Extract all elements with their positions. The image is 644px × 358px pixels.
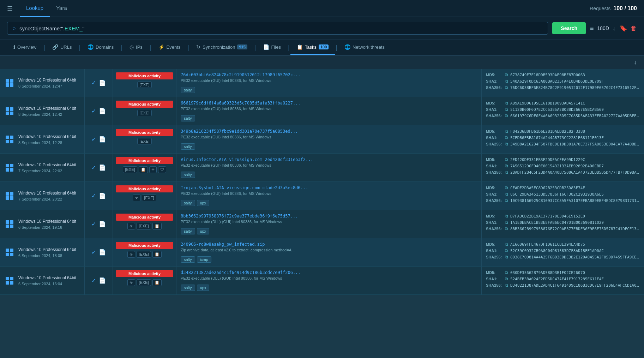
verdict-icon[interactable]: [EXE] (137, 251, 151, 258)
check-icon[interactable]: ✓ (91, 79, 96, 86)
sha1-copy-icon[interactable]: ⧉ (505, 192, 508, 197)
sha256-copy-icon[interactable]: ⧉ (505, 113, 508, 118)
nav-tab-yara[interactable]: Yara (50, 0, 73, 17)
verdict-icon[interactable]: ☣ (127, 251, 135, 258)
verdict-icon[interactable]: ☣ (127, 223, 135, 229)
sha1-copy-icon[interactable]: ⧉ (505, 107, 508, 112)
verdict-icon[interactable]: 📋 (139, 166, 148, 173)
file-tag[interactable]: salty (181, 200, 195, 206)
sha1-copy-icon[interactable]: ⧉ (505, 248, 508, 253)
verdict-icon[interactable]: [EXE] (137, 138, 151, 144)
tab-ips[interactable]: ◎ IPs (123, 40, 149, 55)
nav-tab-lookup[interactable]: Lookup (20, 0, 50, 17)
verdict-icon[interactable]: [EXE] (123, 166, 137, 173)
content-download-icon[interactable]: ↓ (634, 59, 637, 66)
check-icon[interactable]: ✓ (91, 164, 96, 171)
table-row: Windows 10 Professional 64bit 8 Septembe… (0, 69, 644, 97)
check-icon[interactable]: ✓ (91, 249, 96, 256)
file-icon[interactable]: 📄 (99, 192, 106, 199)
check-icon[interactable]: ✓ (91, 277, 96, 284)
tab-urls[interactable]: 🔗 URLs (46, 40, 78, 55)
sha1-copy-icon[interactable]: ⧉ (505, 276, 508, 281)
file-tag[interactable]: salty (181, 143, 195, 150)
file-hash[interactable]: Virus.Infector.ATA_virussign.com_2ed420d… (181, 157, 477, 162)
file-icon[interactable]: 📄 (99, 164, 106, 171)
sha256-copy-icon[interactable]: ⧉ (505, 85, 508, 90)
verdict-icon[interactable]: [EXE] (137, 223, 151, 229)
md5-copy-icon[interactable]: ⧉ (505, 214, 508, 219)
hamburger-icon[interactable]: ☰ (7, 5, 13, 12)
sha256-copy-icon[interactable]: ⧉ (505, 170, 508, 175)
file-hash[interactable]: 8bb3662b997958876f72c9ae377ebde36f9f6e75… (181, 214, 477, 219)
file-tag[interactable]: salty (181, 115, 195, 121)
verdict-icon[interactable]: [EXE] (137, 279, 151, 286)
file-icon[interactable]: 📄 (99, 277, 106, 284)
tab-events[interactable]: ⚡ Events (152, 40, 187, 55)
sha256-copy-icon[interactable]: ⧉ (505, 255, 508, 259)
search-input-wrap[interactable]: ⌕ syncObjectName:".EXEM_" (7, 22, 548, 35)
machine-info: Windows 10 Professional 64bit 8 Septembe… (18, 134, 80, 145)
verdict-icon[interactable]: [EXE] (137, 110, 151, 116)
file-icon[interactable]: 📄 (99, 249, 106, 256)
md5-copy-icon[interactable]: ⧉ (505, 242, 508, 247)
file-icon[interactable]: 📄 (99, 221, 106, 227)
md5-copy-icon[interactable]: ⧉ (505, 270, 508, 275)
file-icon[interactable]: 📄 (99, 136, 106, 143)
file-hash[interactable]: d348221387ade2ad4c1f64914d9c186b3cdc7e9f… (181, 270, 477, 275)
md5-copy-icon[interactable]: ⧉ (505, 185, 508, 190)
tab-tasks[interactable]: 📋 Tasks 100 (290, 40, 335, 55)
verdict-icon[interactable]: ☣ (133, 195, 140, 201)
check-icon[interactable]: ✓ (91, 108, 96, 114)
sha1-copy-icon[interactable]: ⧉ (505, 163, 508, 168)
file-tag[interactable]: salty (181, 87, 195, 93)
sha256-copy-icon[interactable]: ⧉ (505, 198, 508, 203)
file-hash[interactable]: 240906-rq8w8asakg_pw_infected.zip (181, 242, 477, 247)
search-button[interactable]: Search (552, 22, 586, 34)
md5-copy-icon[interactable]: ⧉ (505, 72, 508, 77)
verdict-icon[interactable]: 📋 (152, 223, 162, 229)
file-tag[interactable]: upx (197, 200, 210, 206)
file-hash[interactable]: Trojan.Sysbot.ATA_virussign.com_cfade2d3… (181, 185, 477, 190)
tab-synchronization[interactable]: ↻ Synchronization 915 (190, 40, 254, 55)
sha256-copy-icon[interactable]: ⧉ (505, 283, 508, 288)
download-icon[interactable]: ↓ (613, 25, 616, 32)
file-icon[interactable]: 📄 (99, 108, 106, 114)
file-tag[interactable]: salty (181, 172, 195, 178)
tab-network-threats[interactable]: 🌐 Network threats (338, 40, 391, 55)
sha256-copy-icon[interactable]: ⧉ (505, 226, 508, 231)
sha1-copy-icon[interactable]: ⧉ (505, 220, 508, 225)
file-tag[interactable]: upx (197, 285, 210, 291)
bookmark-icon[interactable]: 🔖 (619, 24, 627, 32)
tab-files[interactable]: 📄 Files (257, 40, 287, 55)
file-tag[interactable]: salty (181, 285, 195, 291)
delete-icon[interactable]: 🗑 (631, 25, 637, 32)
verdict-icon[interactable]: ☣ (127, 279, 135, 286)
check-icon[interactable]: ✓ (91, 192, 96, 199)
verdict-icon[interactable]: 📋 (152, 279, 162, 286)
verdict-icon[interactable]: 📋 (152, 251, 162, 258)
sha256-copy-icon[interactable]: ⧉ (505, 142, 508, 147)
md5-copy-icon[interactable]: ⧉ (505, 157, 508, 162)
tasks-list: Windows 10 Professional 64bit 8 Septembe… (0, 69, 644, 295)
tab-overview[interactable]: ℹ Overview (7, 40, 43, 55)
file-tag[interactable]: salty (181, 256, 195, 263)
verdict-icon[interactable]: 🛡 (158, 166, 166, 173)
md5-copy-icon[interactable]: ⧉ (505, 129, 508, 134)
file-hash[interactable]: 6661979c6df6f4a6a69323d5c7085d5afa33ffba… (181, 101, 477, 106)
file-tag[interactable]: upx (197, 228, 210, 234)
list-view-icon[interactable]: ≡ (590, 25, 594, 32)
tab-domains[interactable]: 🌐 Domains (81, 40, 120, 55)
verdict-icon[interactable]: [EXE] (142, 195, 156, 201)
file-tag[interactable]: icmp (197, 256, 211, 263)
verdict-icon[interactable]: [EXE] (137, 82, 151, 88)
file-icon[interactable]: 📄 (99, 79, 106, 86)
check-icon[interactable]: ✓ (91, 221, 96, 227)
check-icon[interactable]: ✓ (91, 136, 96, 143)
verdict-icon[interactable]: ✳ (149, 166, 157, 173)
sha1-copy-icon[interactable]: ⧉ (505, 135, 508, 140)
md5-copy-icon[interactable]: ⧉ (505, 101, 508, 106)
file-hash[interactable]: 349b8a216234f587fbc9e1dd301a70e737f5a085… (181, 129, 477, 134)
file-tag[interactable]: salty (181, 228, 195, 234)
file-hash[interactable]: 76dc603bbf6e824b78c2f9190512012f17989f65… (181, 72, 477, 77)
sha1-copy-icon[interactable]: ⧉ (505, 79, 508, 84)
